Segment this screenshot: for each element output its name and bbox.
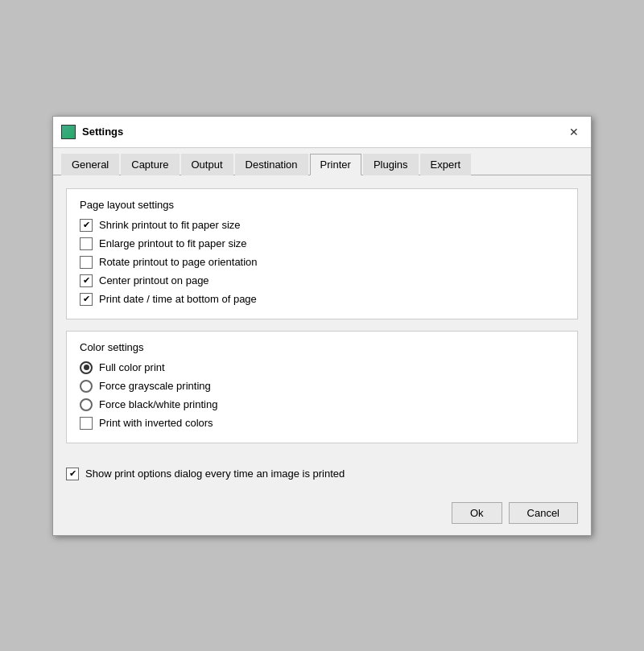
checkbox-date[interactable]: Print date / time at bottom of page: [80, 293, 564, 306]
checkbox-date-label: Print date / time at bottom of page: [99, 293, 257, 305]
checkbox-center[interactable]: Center printout on page: [80, 274, 564, 287]
checkbox-show-dialog[interactable]: Show print options dialog every time an …: [66, 468, 578, 480]
dialog-footer: Ok Cancel: [53, 494, 591, 535]
checkbox-date-input[interactable]: [80, 293, 93, 306]
checkbox-inverted-input[interactable]: [80, 417, 93, 430]
checkbox-rotate-input[interactable]: [80, 256, 93, 269]
radio-full-color-label: Full color print: [99, 361, 165, 373]
checkbox-rotate-label: Rotate printout to page orientation: [99, 256, 258, 268]
checkbox-show-dialog-label: Show print options dialog every time an …: [85, 468, 345, 480]
ok-button[interactable]: Ok: [452, 502, 502, 524]
color-settings-section: Color settings Full color print Force gr…: [66, 331, 578, 443]
close-button[interactable]: ✕: [565, 123, 583, 141]
title-bar-left: Settings: [61, 125, 123, 139]
bottom-section: Show print options dialog every time an …: [53, 468, 591, 494]
tab-printer[interactable]: Printer: [310, 154, 361, 175]
dialog-title: Settings: [82, 126, 123, 138]
tab-output[interactable]: Output: [181, 154, 233, 175]
checkbox-center-label: Center printout on page: [99, 274, 209, 286]
checkbox-shrink[interactable]: Shrink printout to fit paper size: [80, 219, 564, 232]
tab-bar: General Capture Output Destination Print…: [53, 148, 591, 175]
checkbox-shrink-input[interactable]: [80, 219, 93, 232]
checkbox-enlarge-label: Enlarge printout to fit paper size: [99, 237, 247, 249]
radio-grayscale-label: Force grayscale printing: [99, 380, 211, 392]
settings-dialog: Settings ✕ General Capture Output Destin…: [52, 116, 592, 536]
app-icon: [61, 125, 76, 139]
tab-capture[interactable]: Capture: [121, 154, 179, 175]
tab-expert[interactable]: Expert: [420, 154, 472, 175]
tab-general[interactable]: General: [61, 154, 119, 175]
checkbox-shrink-label: Shrink printout to fit paper size: [99, 219, 241, 231]
radio-full-color-input[interactable]: [80, 361, 93, 374]
checkbox-inverted-label: Print with inverted colors: [99, 417, 213, 429]
checkbox-show-dialog-input[interactable]: [66, 468, 79, 480]
checkbox-enlarge-input[interactable]: [80, 237, 93, 250]
tab-destination[interactable]: Destination: [235, 154, 308, 175]
checkbox-center-input[interactable]: [80, 274, 93, 287]
radio-black-white-input[interactable]: [80, 398, 93, 411]
radio-full-color[interactable]: Full color print: [80, 361, 564, 374]
radio-grayscale-input[interactable]: [80, 380, 93, 393]
radio-black-white-label: Force black/white printing: [99, 398, 217, 410]
page-layout-title: Page layout settings: [80, 199, 564, 211]
title-bar: Settings ✕: [53, 117, 591, 148]
radio-black-white[interactable]: Force black/white printing: [80, 398, 564, 411]
radio-grayscale[interactable]: Force grayscale printing: [80, 380, 564, 393]
tab-content: Page layout settings Shrink printout to …: [53, 175, 591, 468]
checkbox-rotate[interactable]: Rotate printout to page orientation: [80, 256, 564, 269]
tab-plugins[interactable]: Plugins: [363, 154, 419, 175]
color-settings-title: Color settings: [80, 341, 564, 353]
page-layout-section: Page layout settings Shrink printout to …: [66, 188, 578, 319]
cancel-button[interactable]: Cancel: [509, 502, 578, 524]
checkbox-inverted[interactable]: Print with inverted colors: [80, 417, 564, 430]
checkbox-enlarge[interactable]: Enlarge printout to fit paper size: [80, 237, 564, 250]
